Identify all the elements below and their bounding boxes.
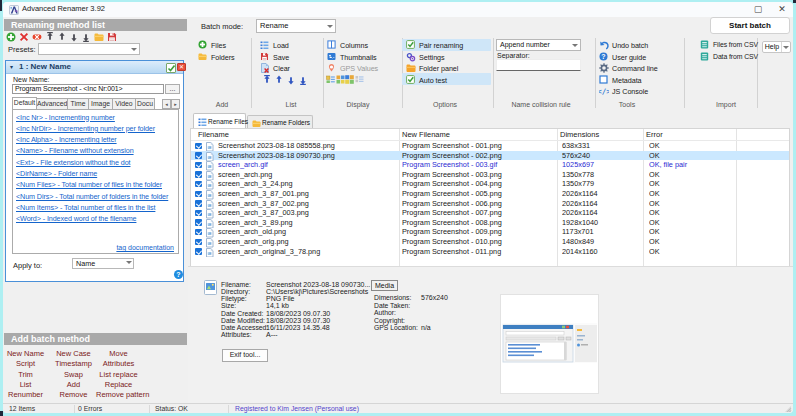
image-preview-icon	[204, 280, 217, 295]
exif-tool-button[interactable]: Exif tool...	[222, 349, 268, 362]
presets-combobox[interactable]	[38, 43, 140, 55]
table-row[interactable]: screen_arch.gifProgram Screenshot - 003.…	[191, 160, 789, 170]
move-top-icon[interactable]	[45, 32, 56, 43]
method-tab-video[interactable]: Video	[112, 98, 136, 109]
save-preset-icon[interactable]	[107, 32, 118, 43]
list-details-icon[interactable]	[355, 75, 364, 86]
apply-to-combobox[interactable]: Name	[72, 258, 134, 269]
column-header-new-filename[interactable]: New Filename	[402, 129, 450, 140]
row-checkbox[interactable]	[195, 162, 202, 169]
name-collision-combobox[interactable]: Append number	[496, 39, 581, 51]
method-enabled-checkbox[interactable]	[166, 63, 176, 73]
thumbs-large-icon[interactable]	[345, 75, 354, 86]
collapse-icon[interactable]: ▾	[10, 64, 17, 71]
column-header-error[interactable]: Error	[646, 129, 663, 140]
table-row[interactable]: Screenshot 2023-08-18 085558.pngProgram …	[191, 141, 789, 151]
tag-link[interactable]: <DirName> - Folder name	[16, 169, 97, 178]
tag-link[interactable]: <Num Items> - Total number of files in t…	[16, 203, 155, 212]
tab-scroll-left-button[interactable]: ◂	[162, 99, 171, 109]
move-down-icon[interactable]	[286, 75, 296, 86]
add-method-link-new-case[interactable]: New Case	[51, 349, 96, 358]
add-method-link-replace[interactable]: Replace	[96, 380, 141, 389]
method-tab-advanced[interactable]: Advanced	[36, 98, 68, 109]
add-method-link-remove-pattern[interactable]: Remove pattern	[96, 390, 141, 399]
separator-input[interactable]	[496, 59, 581, 71]
add-method-link-move[interactable]: Move	[96, 349, 141, 358]
method-tab-time[interactable]: Time	[67, 98, 89, 109]
row-checkbox[interactable]	[195, 200, 202, 207]
method-tab-image[interactable]: Image	[88, 98, 113, 109]
row-checkbox[interactable]	[195, 239, 202, 246]
batch-mode-combobox[interactable]: Rename	[256, 19, 336, 33]
start-batch-button[interactable]: Start batch	[710, 17, 790, 34]
row-checkbox[interactable]	[195, 219, 202, 226]
add-method-link-swap[interactable]: Swap	[51, 370, 96, 379]
move-top-icon[interactable]	[262, 75, 272, 86]
row-checkbox[interactable]	[195, 210, 202, 217]
table-row[interactable]: screen_arch_orig.pngProgram Screenshot -…	[191, 237, 789, 247]
column-header-filename[interactable]: Filename	[198, 129, 229, 140]
tag-link[interactable]: <Num Files> - Total number of files in t…	[16, 180, 162, 189]
row-checkbox[interactable]	[195, 171, 202, 178]
move-bottom-icon[interactable]	[81, 32, 92, 43]
open-preset-icon[interactable]	[94, 32, 105, 43]
new-name-input[interactable]: Program Screenshot - <Inc Nr:001>	[12, 84, 164, 94]
method-window-titlebar[interactable]: ▾ 1 : New Name ✕	[6, 61, 183, 74]
table-row[interactable]: screen_arch_3_87_003.pngProgram Screensh…	[191, 208, 789, 218]
remove-method-icon[interactable]	[19, 32, 30, 43]
media-tab[interactable]: Media	[371, 280, 398, 291]
tag-documentation-link[interactable]: tag documentation	[116, 244, 174, 251]
clear-methods-icon[interactable]	[32, 32, 43, 43]
method-tab-docu[interactable]: Docu	[135, 98, 155, 109]
add-method-link-new-name[interactable]: New Name	[4, 349, 47, 358]
add-method-link-list-replace[interactable]: List replace	[96, 370, 141, 379]
tag-link[interactable]: <Ext> - File extension without the dot	[16, 158, 130, 167]
add-method-link-renumber[interactable]: Renumber	[4, 390, 47, 399]
browse-button[interactable]: ...	[165, 84, 180, 94]
thumbs-medium-icon[interactable]	[336, 75, 345, 86]
resize-grip-icon[interactable]	[785, 406, 792, 413]
help-icon[interactable]: ?	[174, 270, 183, 279]
tag-link[interactable]: <Inc Alpha> - Incrementing letter	[16, 135, 117, 144]
tab-rename-files[interactable]: Rename Files	[193, 113, 246, 128]
table-row[interactable]: screen_arch_3_24.pngProgram Screenshot -…	[191, 179, 789, 189]
add-method-link-script[interactable]: Script	[4, 359, 47, 368]
table-row[interactable]: screen_arch_original_3_78.pngProgram Scr…	[191, 247, 789, 257]
table-row[interactable]: screen_arch_old.pngProgram Screenshot - …	[191, 227, 789, 237]
help-dropdown-button[interactable]	[781, 42, 791, 52]
tag-link[interactable]: <Inc Nr> - Incrementing number	[16, 113, 115, 122]
add-method-icon[interactable]	[6, 32, 17, 43]
add-method-link-list[interactable]: List	[4, 380, 47, 389]
add-method-link-timestamp[interactable]: Timestamp	[51, 359, 96, 368]
row-checkbox[interactable]	[195, 248, 202, 255]
tag-link[interactable]: <Inc NrDir> - Incrementing number per fo…	[16, 124, 155, 133]
table-row[interactable]: screen_arch_3_87_002.pngProgram Screensh…	[191, 199, 789, 209]
help-button[interactable]: Help	[762, 41, 791, 53]
row-checkbox[interactable]	[195, 152, 202, 159]
close-button[interactable]: ✕	[771, 3, 793, 16]
table-row[interactable]: Screenshot 2023-08-18 090730.pngProgram …	[191, 151, 789, 161]
add-method-link-remove[interactable]: Remove	[51, 390, 96, 399]
tag-link[interactable]: <Word> - Indexed word of the filename	[16, 214, 136, 223]
method-tab-default[interactable]: Default	[12, 97, 37, 109]
move-bottom-icon[interactable]	[298, 75, 308, 86]
column-header-dimensions[interactable]: Dimensions	[560, 129, 599, 140]
maximize-button[interactable]: ▢	[747, 3, 769, 16]
list-small-icon[interactable]	[326, 75, 335, 86]
table-row[interactable]: screen_arch.pngProgram Screenshot - 003.…	[191, 170, 789, 180]
row-checkbox[interactable]	[195, 143, 202, 150]
add-method-link-add[interactable]: Add	[51, 380, 96, 389]
table-row[interactable]: screen_arch_3_89.pngProgram Screenshot -…	[191, 218, 789, 228]
move-up-icon[interactable]	[57, 32, 68, 43]
tab-rename-folders[interactable]: Rename Folders	[247, 115, 313, 129]
row-checkbox[interactable]	[195, 229, 202, 236]
add-method-link-attributes[interactable]: Attributes	[96, 359, 141, 368]
row-checkbox[interactable]	[195, 181, 202, 188]
add-method-link-trim[interactable]: Trim	[4, 370, 47, 379]
tag-link[interactable]: <Num Dirs> - Total number of folders in …	[16, 192, 168, 201]
move-up-icon[interactable]	[274, 75, 284, 86]
tag-link[interactable]: <Name> - Filename without extension	[16, 146, 134, 155]
move-down-icon[interactable]	[69, 32, 80, 43]
row-checkbox[interactable]	[195, 191, 202, 198]
table-row[interactable]: screen_arch_3_87_001.pngProgram Screensh…	[191, 189, 789, 199]
